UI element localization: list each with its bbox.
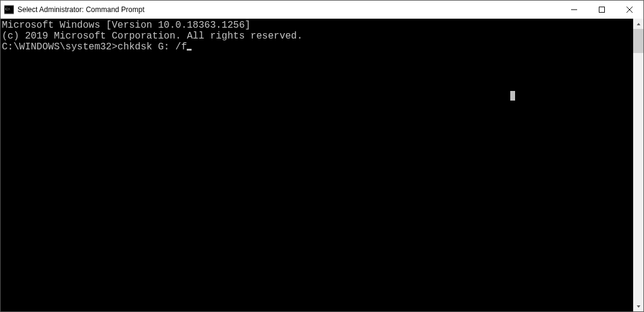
terminal-line: Microsoft Windows [Version 10.0.18363.12… bbox=[2, 20, 633, 31]
terminal-line: (c) 2019 Microsoft Corporation. All righ… bbox=[2, 31, 633, 42]
svg-text:C:\: C:\ bbox=[5, 7, 10, 11]
terminal-area: Microsoft Windows [Version 10.0.18363.12… bbox=[1, 19, 643, 311]
minimize-button[interactable] bbox=[560, 1, 588, 19]
command-input: chkdsk G: /f bbox=[117, 42, 187, 52]
window-controls bbox=[560, 1, 643, 19]
scroll-up-button[interactable] bbox=[633, 19, 643, 29]
svg-rect-3 bbox=[599, 7, 605, 13]
cmd-icon: C:\ bbox=[4, 5, 14, 14]
prompt: C:\WINDOWS\system32> bbox=[2, 42, 117, 52]
scroll-down-button[interactable] bbox=[633, 301, 643, 311]
close-button[interactable] bbox=[616, 1, 643, 19]
command-prompt-window: C:\ Select Administrator: Command Prompt… bbox=[0, 0, 644, 312]
svg-marker-6 bbox=[637, 23, 640, 25]
window-title: Select Administrator: Command Prompt bbox=[17, 5, 560, 14]
scroll-thumb[interactable] bbox=[633, 29, 643, 53]
prompt-line: C:\WINDOWS\system32>chkdsk G: /f bbox=[2, 42, 633, 52]
vertical-scrollbar[interactable] bbox=[633, 19, 643, 311]
svg-marker-7 bbox=[637, 305, 640, 308]
text-cursor bbox=[187, 49, 192, 51]
maximize-button[interactable] bbox=[588, 1, 616, 19]
titlebar[interactable]: C:\ Select Administrator: Command Prompt bbox=[1, 1, 643, 19]
selection-cursor bbox=[510, 91, 515, 101]
terminal-output[interactable]: Microsoft Windows [Version 10.0.18363.12… bbox=[1, 19, 633, 311]
